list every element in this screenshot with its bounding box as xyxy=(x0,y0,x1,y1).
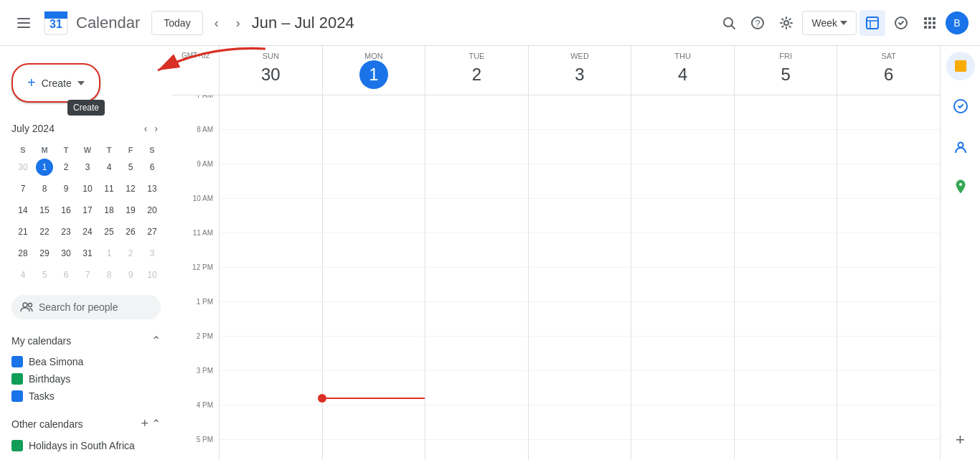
help-button[interactable]: ? xyxy=(745,10,771,36)
mini-cal-day[interactable]: 10 xyxy=(77,179,98,199)
mini-cal-day[interactable]: 26 xyxy=(121,222,141,242)
day-column[interactable] xyxy=(219,95,322,460)
mini-cal-day[interactable]: 28 xyxy=(13,243,33,263)
day-column[interactable] xyxy=(734,95,837,460)
day-column[interactable] xyxy=(425,95,528,460)
day-column[interactable] xyxy=(528,95,631,460)
mini-cal-day[interactable]: 7 xyxy=(77,265,98,285)
day-column[interactable] xyxy=(837,95,940,460)
view-selector[interactable]: Week xyxy=(802,11,857,35)
day-number[interactable]: 4 xyxy=(669,60,697,89)
calendar-view-button[interactable] xyxy=(859,10,885,36)
svg-rect-2 xyxy=(17,27,30,28)
mini-cal-day[interactable]: 21 xyxy=(13,222,33,242)
right-reminders-icon[interactable] xyxy=(946,52,975,80)
day-number[interactable]: 30 xyxy=(256,60,285,89)
mini-cal-day[interactable]: 27 xyxy=(142,222,162,242)
prev-period-button[interactable]: ‹ xyxy=(209,11,225,35)
mini-cal-day[interactable]: 11 xyxy=(99,179,119,199)
day-header[interactable]: WED3 xyxy=(528,46,631,95)
mini-cal-day[interactable]: 16 xyxy=(56,200,76,220)
day-number[interactable]: 1 xyxy=(359,60,388,89)
mini-cal-day[interactable]: 15 xyxy=(34,200,55,220)
mini-cal-day[interactable]: 2 xyxy=(56,157,76,177)
mini-cal-day[interactable]: 4 xyxy=(13,265,33,285)
mini-cal-day[interactable]: 3 xyxy=(142,243,162,263)
mini-cal-day[interactable]: 9 xyxy=(56,179,76,199)
mini-cal-day[interactable]: 12 xyxy=(121,179,141,199)
add-other-calendar-button[interactable]: + xyxy=(141,416,149,431)
mini-cal-day[interactable]: 1 xyxy=(34,157,55,177)
my-calendars-header[interactable]: My calendars ⌃ xyxy=(6,328,166,353)
day-header[interactable]: SAT6 xyxy=(837,46,940,95)
my-calendar-item[interactable]: Tasks xyxy=(6,388,166,405)
hamburger-button[interactable] xyxy=(11,11,36,35)
calendar-label: Tasks xyxy=(29,390,55,402)
time-grid[interactable]: 7 AM8 AM9 AM10 AM11 AM12 PM1 PM2 PM3 PM4… xyxy=(172,95,940,460)
mini-cal-title[interactable]: July 2024 xyxy=(11,123,55,134)
mini-cal-day[interactable]: 7 xyxy=(13,179,33,199)
mini-cal-day[interactable]: 3 xyxy=(77,157,98,177)
avatar[interactable]: B xyxy=(946,11,969,34)
mini-cal-day[interactable]: 8 xyxy=(99,265,119,285)
hour-line xyxy=(735,130,837,164)
mini-cal-day[interactable]: 25 xyxy=(99,222,119,242)
mini-cal-day[interactable]: 22 xyxy=(34,222,55,242)
apps-button[interactable] xyxy=(917,10,943,36)
other-calendars-toggle[interactable]: ⌃ xyxy=(151,417,161,431)
mini-cal-day[interactable]: 20 xyxy=(142,200,162,220)
mini-cal-day[interactable]: 6 xyxy=(142,157,162,177)
day-header[interactable]: SUN30 xyxy=(219,46,322,95)
mini-cal-day[interactable]: 24 xyxy=(77,222,98,242)
mini-cal-day[interactable]: 30 xyxy=(13,157,33,177)
mini-cal-day[interactable]: 1 xyxy=(99,243,119,263)
svg-point-33 xyxy=(959,183,962,186)
next-period-button[interactable]: › xyxy=(230,11,246,35)
today-button[interactable]: Today xyxy=(151,11,202,35)
other-calendar-item[interactable]: Holidays in South Africa xyxy=(6,437,166,454)
right-tasks-icon[interactable] xyxy=(946,92,975,121)
search-people[interactable]: Search for people xyxy=(11,295,161,319)
mini-cal-day[interactable]: 13 xyxy=(142,179,162,199)
mini-cal-day[interactable]: 4 xyxy=(99,157,119,177)
right-maps-icon[interactable] xyxy=(946,172,975,201)
mini-cal-day[interactable]: 14 xyxy=(13,200,33,220)
search-button[interactable] xyxy=(716,10,742,36)
mini-cal-day[interactable]: 5 xyxy=(121,157,141,177)
mini-cal-day[interactable]: 6 xyxy=(56,265,76,285)
day-header[interactable]: THU4 xyxy=(631,46,734,95)
my-calendar-item[interactable]: Bea Simona xyxy=(6,353,166,370)
mini-cal-day[interactable]: 17 xyxy=(77,200,98,220)
mini-cal-day[interactable]: 9 xyxy=(121,265,141,285)
my-calendars-toggle[interactable]: ⌃ xyxy=(151,334,161,347)
mini-cal-day[interactable]: 2 xyxy=(121,243,141,263)
mini-cal-next[interactable]: › xyxy=(151,120,161,137)
tasks-view-button[interactable] xyxy=(888,10,914,36)
mini-cal-prev[interactable]: ‹ xyxy=(141,120,151,137)
day-header[interactable]: FRI5 xyxy=(734,46,837,95)
svg-rect-8 xyxy=(44,15,67,19)
mini-cal-day[interactable]: 31 xyxy=(77,243,98,263)
day-header[interactable]: MON1 xyxy=(322,46,425,95)
mini-cal-day[interactable]: 30 xyxy=(56,243,76,263)
right-add-button[interactable]: + xyxy=(946,426,975,454)
my-calendar-item[interactable]: Birthdays xyxy=(6,370,166,388)
mini-cal-day[interactable]: 19 xyxy=(121,200,141,220)
right-contacts-icon[interactable] xyxy=(946,132,975,161)
day-number[interactable]: 6 xyxy=(875,60,903,89)
create-button[interactable]: + Create xyxy=(11,63,100,103)
mini-cal-day[interactable]: 5 xyxy=(34,265,55,285)
day-number[interactable]: 5 xyxy=(771,60,800,89)
day-number[interactable]: 3 xyxy=(565,60,594,89)
day-column[interactable] xyxy=(631,95,734,460)
mini-cal-day[interactable]: 29 xyxy=(34,243,55,263)
mini-cal-day[interactable]: 10 xyxy=(142,265,162,285)
mini-cal-day[interactable]: 8 xyxy=(34,179,55,199)
settings-button[interactable] xyxy=(773,10,799,36)
other-calendars-header[interactable]: Other calendars + ⌃ xyxy=(6,410,166,437)
day-header[interactable]: TUE2 xyxy=(425,46,528,95)
mini-cal-day[interactable]: 23 xyxy=(56,222,76,242)
day-number[interactable]: 2 xyxy=(462,60,491,89)
day-column[interactable] xyxy=(322,95,425,460)
mini-cal-day[interactable]: 18 xyxy=(99,200,119,220)
